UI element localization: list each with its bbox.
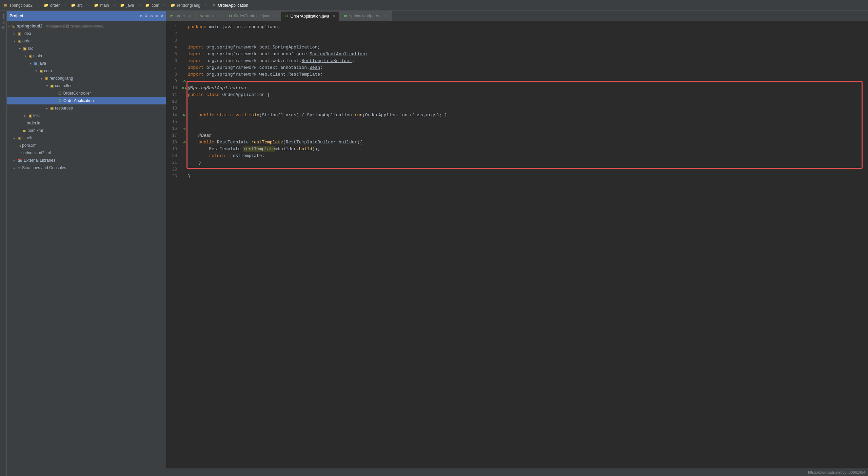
gear-icon[interactable]: ⚙ [150,14,153,19]
iml-icon: ⬝ [23,121,25,125]
tab-orderapplication[interactable]: ⚙ OrderApplication.java ✕ [281,11,340,21]
title-folder-com: 📁 com [145,3,159,8]
project-header: Project ⚙ ≡ ⚙ ⊞ ✕ [7,11,166,21]
tab-stock[interactable]: m stock ✕ [196,11,225,21]
tree-item-order[interactable]: ▾ ▣ order [7,37,166,45]
xml-icon: m [23,128,26,133]
scratches-icon: ✏ [18,166,21,170]
tab-orderapplication-close[interactable]: ✕ [333,14,335,18]
sync-icon[interactable]: ⚙ [140,14,142,19]
tree-item-com[interactable]: ▾ ▣ com [7,67,166,75]
code-line-15: 15 [166,119,868,125]
tab-stock-label: stock [205,14,215,18]
title-folder-main: 📁 main [94,3,109,8]
tree-item-root-pom[interactable]: m pom.xml [7,142,166,149]
tab-springcloudparent-close[interactable]: ✕ [385,14,388,18]
title-folder-src: 📁 src [71,3,83,8]
tree-arrow: ▾ [14,39,18,43]
tree-arrow: ▾ [30,62,34,65]
structure-label: Structure [2,14,5,29]
tab-ordercontroller-close[interactable]: ✕ [274,14,277,18]
src-folder-icon: ▣ [23,46,26,51]
tab-order[interactable]: m order ✕ [166,11,196,21]
tree-item-external-libraries[interactable]: ▸ 📚 External Libraries [7,157,166,164]
code-line-7: 7 import org.springframework.context.ann… [166,64,868,71]
tree-item-label: OrderController [63,91,91,96]
code-line-5: 5 import org.springframework.boot.autoco… [166,51,868,58]
tree-arrow: ▸ [24,114,28,118]
code-line-3: 3 [166,37,868,44]
code-line-23: 23 } [166,173,868,180]
tree-item-label: springcloud2 ~/songguo/项目/demo1/springcl… [17,24,104,29]
gutter-bean-18[interactable]: ⚙ [183,139,186,146]
code-line-6: 6 import org.springframework.boot.web.cl… [166,58,868,64]
tree-item-ordercontroller[interactable]: O OrderController [7,90,166,97]
tree-item-stock[interactable]: ▸ ▣ stock [7,134,166,142]
main-content: Structure Project ⚙ ≡ ⚙ ⊞ ✕ ▾ ⊞ springcl… [0,11,868,476]
gutter-run-10[interactable]: ⚙▶ [182,85,187,92]
gutter-bean-9[interactable]: ⚙ [183,78,186,85]
tree-arrow: ▾ [8,24,12,28]
code-editor[interactable]: 1 package main.java.com.rendongliang; 2 … [166,21,868,468]
tree-item-main[interactable]: ▾ ▣ main [7,52,166,60]
tree-item-rendongliang[interactable]: ▾ ▣ rendongliang [7,75,166,82]
code-line-13: 13 [166,105,868,112]
tree-arrow: ▾ [35,69,39,73]
lib-icon: 📚 [18,158,22,163]
tree-item-scratches[interactable]: ▸ ✏ Scratches and Consoles [7,164,166,172]
code-line-22: 22 [166,166,868,173]
tab-order-label: order [176,14,185,18]
code-line-18: 18 ⚙ public RestTemplate restTemplate(Re… [166,139,868,146]
tree-item-springcloud2[interactable]: ▾ ⊞ springcloud2 ~/songguo/项目/demo1/spri… [7,22,166,30]
bottom-bar: https://blog.csdn.net/qq_33661984 [166,468,868,476]
tree-item-order-pom[interactable]: m pom.xml [7,127,166,134]
close-icon[interactable]: ✕ [161,14,163,19]
gutter-bean-16[interactable]: ⚙ [183,125,186,132]
tree-arrow: ▾ [46,84,50,88]
tab-stock-close[interactable]: ✕ [218,14,221,18]
code-line-21: 21 } [166,159,868,166]
tree-item-label: .idea [22,31,31,36]
tree-arrow: ▸ [14,136,18,140]
idea-folder-icon: ▣ [18,32,21,36]
tree-item-controller[interactable]: ▾ ▣ controller [7,82,166,90]
tree-arrow: ▸ [14,166,18,170]
tree-item-java[interactable]: ▾ ▣ java [7,60,166,67]
tree-item-label: Scratches and Consoles [22,165,66,170]
tree-item-orderapplication[interactable]: ⚙ OrderApplication [7,97,166,104]
tree-item-label: controller [55,83,72,88]
code-line-19: 19 RestTemplate restTemplate=builder.bui… [166,146,868,153]
tree-item-label: External Libraries [24,158,55,163]
stock-folder-icon: ▣ [18,136,21,140]
tree-item-order-iml[interactable]: ⬝ order.iml [7,119,166,127]
structure-strip: Structure [0,11,7,476]
main-folder-icon: ▣ [28,54,32,58]
tab-order-close[interactable]: ✕ [189,14,191,18]
project-tree: ▾ ⊞ springcloud2 ~/songguo/项目/demo1/spri… [7,21,166,476]
gutter-run-14[interactable]: ▶ [183,112,185,119]
tree-item-resources[interactable]: ▸ ▣ resources [7,104,166,112]
java-folder-icon: ▣ [34,61,37,66]
title-folder-java: 📁 java [120,3,134,8]
code-line-17: 17 @Bean [166,132,868,139]
tree-item-idea[interactable]: ▸ ▣ .idea [7,30,166,37]
tree-item-label: order.iml [27,121,42,125]
ordercontroller-java-icon: O [58,91,61,96]
tree-item-label: src [28,46,33,51]
project-header-icons: ⚙ ≡ ⚙ ⊞ ✕ [140,14,163,19]
collapse-icon[interactable]: ≡ [145,14,147,19]
tree-arrow: ▾ [41,77,45,80]
settings-icon[interactable]: ⊞ [156,14,158,19]
code-line-11: 11 public class OrderApplication { [166,92,868,98]
code-line-16: 16 ⚙ [166,125,868,132]
tree-item-src[interactable]: ▾ ▣ src [7,45,166,52]
tab-springcloudparent[interactable]: m springcloudparent ✕ [340,11,392,21]
order-folder-icon: ▣ [18,39,21,43]
springcloud2-iml-icon: ⬝ [18,151,20,155]
tab-ordercontroller[interactable]: O OrderController.java ✕ [225,11,281,21]
tab-springcloudparent-label: springcloudparent [349,14,381,18]
tree-item-springcloud2-iml[interactable]: ⬝ springcloud2.iml [7,149,166,157]
tree-item-label: springcloud2.iml [21,151,51,155]
tree-item-test[interactable]: ▸ ▣ test [7,112,166,119]
tree-item-label: test [33,113,40,118]
